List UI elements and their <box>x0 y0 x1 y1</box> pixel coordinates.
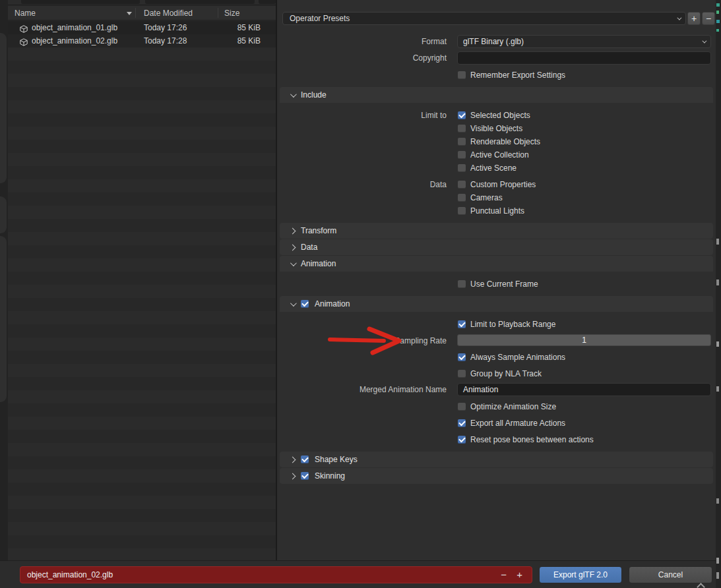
format-label: Format <box>277 35 452 48</box>
remove-preset-button[interactable]: − <box>702 12 715 25</box>
limit-playback-range-checkbox-row[interactable]: Limit to Playback Range <box>458 320 555 328</box>
left-region-edge <box>0 0 8 588</box>
empty-file-list-area[interactable] <box>8 47 276 560</box>
merged-animation-name-input[interactable]: Animation <box>457 383 711 396</box>
limit-to-label: Limit to <box>277 109 452 122</box>
file-name: object_animation_02.glb <box>32 34 117 47</box>
file-row[interactable]: object_animation_02.glb Today 17:28 85 K… <box>8 34 276 47</box>
chevron-down-icon <box>290 300 297 307</box>
format-dropdown[interactable]: glTF Binary (.glb) <box>457 35 711 48</box>
checkbox[interactable] <box>458 280 466 288</box>
active-scene-checkbox-row[interactable]: Active Scene <box>458 163 517 172</box>
use-current-frame-checkbox-row[interactable]: Use Current Frame <box>458 279 538 288</box>
remember-export-settings-checkbox-row[interactable]: Remember Export Settings <box>458 71 565 79</box>
export-armature-actions-checkbox-row[interactable]: Export all Armature Actions <box>458 419 565 427</box>
column-header-name[interactable]: Name <box>15 9 36 18</box>
group-by-nla-track-checkbox-row[interactable]: Group by NLA Track <box>458 369 542 378</box>
checkbox-label: Selected Objects <box>470 111 530 120</box>
copyright-input[interactable] <box>457 51 711 65</box>
filter-dropdown-icon[interactable] <box>127 12 132 15</box>
filename-increment-button[interactable]: + <box>517 567 522 583</box>
selected-objects-checkbox-row[interactable]: Selected Objects <box>458 111 530 119</box>
checkbox-label: Use Current Frame <box>470 279 538 289</box>
checkbox[interactable] <box>458 194 466 202</box>
export-gltf-button[interactable]: Export glTF 2.0 <box>539 566 622 583</box>
column-divider[interactable] <box>135 8 136 18</box>
skinning-section-header[interactable]: Skinning <box>280 468 713 484</box>
checkbox[interactable] <box>458 71 466 79</box>
checkbox-label: Optimize Animation Size <box>470 402 556 411</box>
edge-artifact <box>716 3 720 7</box>
renderable-objects-checkbox-row[interactable]: Renderable Objects <box>458 137 540 146</box>
file-date: Today 17:26 <box>144 21 187 34</box>
checkbox[interactable] <box>458 370 466 378</box>
export-options-panel: Operator Presets + − Format glTF Binary … <box>277 0 716 560</box>
checkbox[interactable] <box>301 472 309 480</box>
cancel-button[interactable]: Cancel <box>629 566 712 583</box>
path-bar-fragment <box>145 0 255 4</box>
checkbox[interactable] <box>458 138 466 146</box>
edge-artifact <box>716 572 719 579</box>
checkbox[interactable] <box>458 436 466 444</box>
optimize-animation-size-checkbox-row[interactable]: Optimize Animation Size <box>458 402 556 411</box>
checkbox[interactable] <box>458 111 466 119</box>
checkbox[interactable] <box>458 419 466 427</box>
file-size: 85 KiB <box>237 34 261 47</box>
include-section-header[interactable]: Include <box>280 87 713 103</box>
data-section-header[interactable]: Data <box>280 239 713 255</box>
animation-subsection-header[interactable]: Animation <box>280 296 713 312</box>
operator-presets-dropdown[interactable]: Operator Presets <box>282 12 686 25</box>
edge-artifact <box>716 498 719 504</box>
file-row[interactable]: object_animation_01.glb Today 17:26 85 K… <box>8 21 276 34</box>
active-collection-checkbox-row[interactable]: Active Collection <box>458 150 529 159</box>
file-size: 85 KiB <box>237 21 261 34</box>
cameras-checkbox-row[interactable]: Cameras <box>458 193 503 202</box>
chevron-down-icon <box>677 15 681 20</box>
visible-objects-checkbox-row[interactable]: Visible Objects <box>458 124 522 132</box>
checkbox[interactable] <box>458 207 466 215</box>
checkbox[interactable] <box>458 164 466 172</box>
collapsed-sidebar-tab[interactable] <box>0 196 7 233</box>
chevron-down-icon <box>702 38 706 43</box>
filename-input[interactable]: object_animation_02.glb − + <box>20 566 532 583</box>
section-title: Shape Keys <box>315 455 358 464</box>
filename-decrement-button[interactable]: − <box>501 567 507 583</box>
format-value: glTF Binary (.glb) <box>463 36 698 47</box>
shape-keys-section-header[interactable]: Shape Keys <box>280 452 713 467</box>
file-date: Today 17:28 <box>144 34 187 47</box>
checkbox[interactable] <box>301 456 309 463</box>
section-title: Animation <box>301 259 336 268</box>
column-divider[interactable] <box>218 8 218 18</box>
copyright-label: Copyright <box>277 51 452 65</box>
file-list-header: Name Date Modified Size <box>8 6 276 20</box>
merged-animation-name-label: Merged Animation Name <box>277 383 452 396</box>
checkbox[interactable] <box>458 320 466 328</box>
checkbox[interactable] <box>301 300 309 308</box>
checkbox[interactable] <box>458 403 466 411</box>
checkbox[interactable] <box>458 181 466 189</box>
collapsed-sidebar-tab[interactable] <box>0 236 7 402</box>
checkbox[interactable] <box>458 125 466 132</box>
checkbox[interactable] <box>458 151 466 159</box>
edge-artifact <box>716 239 719 245</box>
checkbox-label: Remember Export Settings <box>470 71 565 80</box>
column-header-date-modified[interactable]: Date Modified <box>144 9 193 18</box>
collapsed-sidebar-tab[interactable] <box>0 33 7 183</box>
custom-properties-checkbox-row[interactable]: Custom Properties <box>458 180 536 189</box>
sampling-rate-slider[interactable]: 1 <box>457 334 711 346</box>
chevron-right-icon <box>290 456 296 463</box>
file-path-bar-cutoff <box>8 0 276 5</box>
section-title: Transform <box>301 226 336 235</box>
edge-artifact <box>716 341 719 347</box>
reset-pose-bones-checkbox-row[interactable]: Reset pose bones between actions <box>458 435 594 444</box>
chevron-right-icon <box>290 473 296 479</box>
always-sample-animations-checkbox-row[interactable]: Always Sample Animations <box>458 353 565 361</box>
add-preset-button[interactable]: + <box>687 12 701 25</box>
punctual-lights-checkbox-row[interactable]: Punctual Lights <box>458 206 524 215</box>
path-bar-fragment <box>21 0 140 4</box>
transform-section-header[interactable]: Transform <box>280 223 713 239</box>
chevron-down-icon <box>290 91 297 98</box>
animation-section-header[interactable]: Animation <box>280 256 713 272</box>
column-header-size[interactable]: Size <box>224 9 239 18</box>
checkbox[interactable] <box>458 353 466 361</box>
